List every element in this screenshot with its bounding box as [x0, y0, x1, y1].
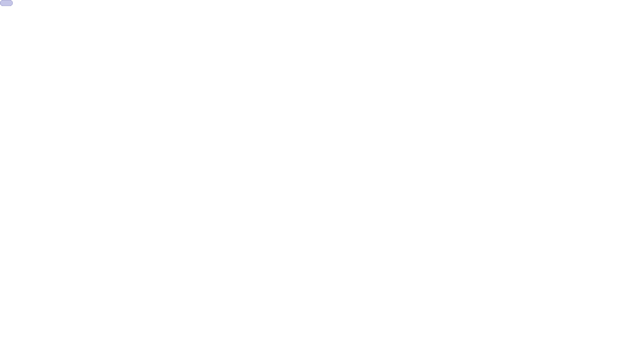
connector-svg [0, 0, 644, 362]
diagram-container [0, 0, 644, 362]
node-nZ [0, 0, 13, 6]
